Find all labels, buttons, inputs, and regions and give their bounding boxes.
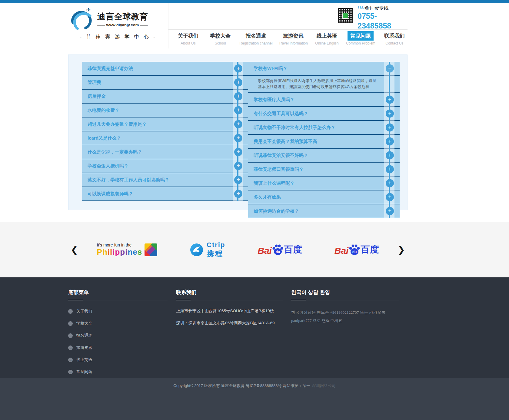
faq-item[interactable]: 房屋押金+ [82,90,248,104]
philippines-mosaic-icon [145,243,157,256]
expand-plus-icon[interactable]: + [386,96,394,104]
baidu-logo[interactable]: Bai du 百度 [334,243,379,256]
tel-prefix: TEL [358,5,364,9]
faq-item-expanded[interactable]: 学校有WI-FI吗？− [248,62,400,76]
nav-item-contact[interactable]: 联系我们Contact Us [381,31,408,45]
faq-item[interactable]: 什么是SSP，一定要办吗？+ [82,145,248,159]
nav-item-schools[interactable]: 学校大全School [207,31,233,45]
faq-item[interactable]: 多久才有效果+ [248,190,400,204]
expand-plus-icon[interactable]: + [234,134,242,142]
svg-text:du: du [276,250,280,254]
partners-carousel: ❮ It's more fun in the Philippines [0,222,509,277]
expand-plus-icon[interactable]: + [386,165,394,174]
hotline-block: TEL免付费专线 0755- 23485858 [168,3,408,30]
expand-plus-icon[interactable]: + [234,148,242,156]
nav-item-about[interactable]: 关于我们About Us [175,31,201,45]
faq-item[interactable]: 我该上什么课程呢？+ [248,177,400,190]
footer-link-travel[interactable]: →旅游资讯 [68,345,176,350]
faq-item[interactable]: 可以换课或换老师吗？+ [82,187,248,201]
expand-plus-icon[interactable]: + [386,193,394,201]
carousel-next-icon[interactable]: ❯ [395,244,408,255]
expand-plus-icon[interactable]: + [386,207,394,215]
faq-section: 菲律宾观光签申请办法+ 管理费+ 房屋押金+ 水电费的收费？+ 超过几天要办签延… [0,48,509,222]
logo-subtitle: - 菲 律 宾 游 学 中 心 - [68,33,168,40]
footer-menu-title: 底部菜单 [68,289,168,300]
footer-korean-title: 한국어 상담 환영 [291,289,399,300]
footer-link-faq[interactable]: →常见问题 [68,369,176,375]
faq-column-left: 菲律宾观光签申请办法+ 管理费+ 房屋押金+ 水电费的收费？+ 超过几天要办签延… [82,62,248,201]
faq-item[interactable]: 听说食物不干净时常有人拉肚子怎么办？+ [248,121,400,135]
header-right: TEL免付费专线 0755- 23485858 关于我们About Us 学校大… [168,3,408,48]
nav-item-faq-active[interactable]: 常见问题Common Problem [346,31,375,45]
baidu-logo[interactable]: Bai du 百度 [258,243,302,256]
expand-plus-icon[interactable]: + [234,92,242,101]
faq-item[interactable]: 费用会不会很高？我的预算不高+ [248,135,400,149]
expand-plus-icon[interactable]: + [234,106,242,114]
arrow-circle-icon: → [68,309,73,314]
faq-item[interactable]: 听说菲律宾治安很不好吗？+ [248,149,400,163]
svg-text:du: du [352,250,357,254]
expand-plus-icon[interactable]: + [234,120,242,128]
expand-plus-icon[interactable]: + [386,124,394,132]
korean-consult-text: 한국어상담은 핸드폰 +8618602122707 또는 카카오톡 paulpa… [291,308,403,325]
faq-item[interactable]: 如何挑选适合的学校？+ [248,204,400,218]
nav-item-online-english[interactable]: 线上英语Online English [314,31,340,45]
footer-link-online-english[interactable]: →线上英语 [68,357,176,362]
faq-item[interactable]: 超过几天要办签延？费用是？+ [82,117,248,131]
carousel-prev-icon[interactable]: ❮ [68,244,81,255]
faq-item[interactable]: 学校有医疗人员吗？+ [248,93,400,107]
top-accent-bar [0,0,509,3]
faq-item[interactable]: 菲律宾老师口音很重吗？+ [248,163,400,177]
footer-contact-column: 联系我们 上海市长宁区中山西路1065号SOHO中山广场B栋19楼 深圳：深圳市… [176,289,291,381]
faq-item[interactable]: lcard又是什么？+ [82,131,248,145]
expand-plus-icon[interactable]: + [386,179,394,187]
logo-title: 迪言全球教育 [97,11,148,22]
arrow-circle-icon: → [68,321,73,326]
faq-item[interactable]: 菲律宾观光签申请办法+ [82,62,248,76]
arrow-circle-icon: → [68,333,73,338]
expand-plus-icon[interactable]: + [234,176,242,184]
nav-item-registration[interactable]: 报名通道Registration channel [239,31,272,45]
footer-link-about[interactable]: →关于我们 [68,309,176,314]
baidu-paw-icon: du [348,244,361,256]
nav-item-travel[interactable]: 旅游资讯Travel Information [279,31,308,45]
site-logo[interactable]: ✈ 迪言全球教育 —— www.diyanjy.com —— - 菲 律 宾 游… [68,3,168,48]
expand-plus-icon[interactable]: + [386,151,394,160]
hotline-label: TEL免付费专线 [358,5,408,11]
footer-link-registration[interactable]: →报名通道 [68,333,176,338]
expand-plus-icon[interactable]: + [234,78,242,87]
copyright-bar: Copyright© 2017 版权所有 迪言全球教育 粤ICP备8888888… [0,378,509,420]
footer-menu-column: 底部菜单 →关于我们 →学校大全 →报名通道 →旅游资讯 →线上英语 →常见问题 [68,289,176,381]
collapse-minus-icon[interactable]: − [386,64,394,73]
faq-container: 菲律宾观光签申请办法+ 管理费+ 房屋押金+ 水电费的收费？+ 超过几天要办签延… [68,55,408,210]
expand-plus-icon[interactable]: + [386,110,394,118]
footer-korean-column: 한국어 상담 환영 한국어상담은 핸드폰 +8618602122707 또는 카… [291,289,408,381]
footer-link-schools[interactable]: →学校大全 [68,321,176,326]
svg-text:✈: ✈ [86,7,91,13]
arrow-circle-icon: → [68,358,73,362]
footer-contact-title: 联系我们 [176,289,283,300]
hotline-number-line2: 23485858 [358,21,408,30]
faq-answer: 學校都會提供WIFI只是因為學生人數較多加上當地的線路問題，速度基本上只是堪用。… [248,76,400,93]
arrow-circle-icon: → [68,370,73,374]
qr-code [337,7,354,24]
ctrip-logo[interactable]: Ctrip 携程 [190,241,225,259]
maintenance-company[interactable]: 深圳网络公司 [312,383,336,388]
philippines-tourism-logo[interactable]: It's more fun in the Philippines [97,243,158,257]
copyright-text: Copyright© 2017 版权所有 迪言全球教育 粤ICP备8888888… [173,383,310,388]
faq-item[interactable]: 英文不好，学校有工作人员可以协助吗？+ [82,173,248,187]
faq-item[interactable]: 有什么交通工具可以选吗？+ [248,107,400,121]
expand-plus-icon[interactable]: + [234,64,242,73]
main-nav: 关于我们About Us 学校大全School 报名通道Registration… [168,30,408,48]
expand-plus-icon[interactable]: + [234,190,242,198]
expand-plus-icon[interactable]: + [234,162,242,170]
logo-globe-icon: ✈ [68,7,95,31]
faq-item[interactable]: 学校会派人接机吗？+ [82,159,248,173]
faq-item[interactable]: 管理费+ [82,76,248,90]
ctrip-dolphin-icon [190,243,204,257]
philippines-wordmark: Philippines [97,247,142,257]
contact-address-shanghai: 上海市长宁区中山西路1065号SOHO中山广场B栋19楼 [176,308,291,314]
arrow-circle-icon: → [68,346,73,350]
faq-item[interactable]: 水电费的收费？+ [82,104,248,117]
expand-plus-icon[interactable]: + [386,137,394,146]
